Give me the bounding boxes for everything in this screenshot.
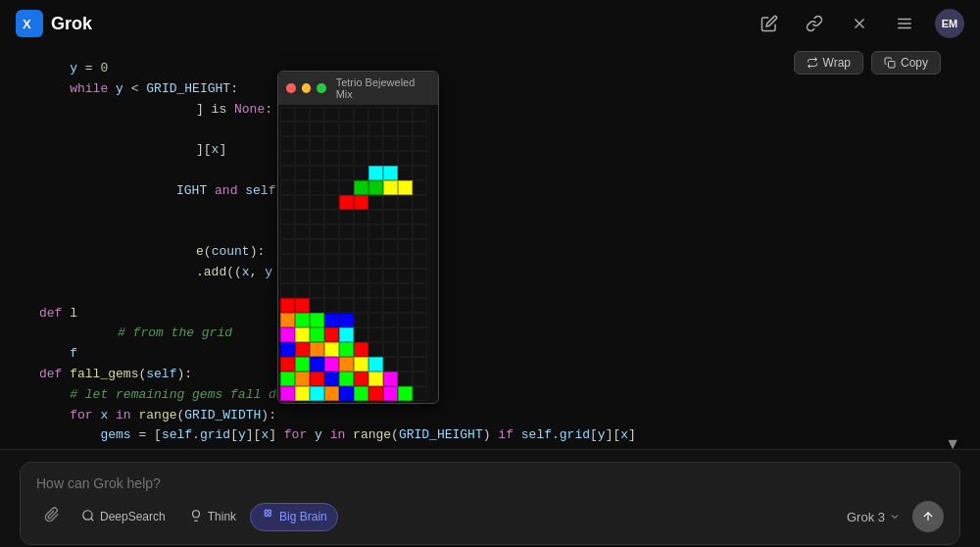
- logo-icon: X: [16, 10, 43, 37]
- tetris-cell: [280, 386, 295, 401]
- code-line-5: ][x]: [39, 140, 941, 161]
- send-button[interactable]: [912, 501, 944, 532]
- tetris-cell: [413, 254, 427, 269]
- tetris-cell: [280, 254, 295, 269]
- deepsearch-label: DeepSearch: [100, 510, 166, 523]
- input-toolbar: DeepSearch Think Big: [36, 501, 944, 532]
- tetris-cell: [280, 372, 295, 386]
- tetris-cell: [354, 269, 368, 283]
- code-line-2: while y < GRID_HEIGHT:: [39, 79, 941, 100]
- tetris-cell: [324, 386, 339, 401]
- tetris-cell: [324, 372, 339, 386]
- tetris-cell: [310, 166, 324, 180]
- tetris-cell: [354, 239, 368, 254]
- tetris-cell: [310, 372, 324, 386]
- bigbrain-button[interactable]: Big Brain: [250, 503, 338, 531]
- tetris-cell: [324, 195, 339, 210]
- tetris-cell: [280, 239, 295, 254]
- bottom-area: How can Grok help? DeepSearch: [0, 449, 980, 547]
- code-line-1: y = 0: [39, 59, 941, 79]
- tetris-grid[interactable]: [278, 105, 438, 403]
- tetris-cell: [398, 357, 413, 372]
- tetris-cell: [324, 283, 339, 298]
- tetris-cell: [310, 210, 324, 224]
- tetris-cell: [310, 180, 324, 195]
- tetris-cell: [354, 224, 368, 239]
- tetris-cell: [339, 313, 354, 327]
- close-dot[interactable]: [286, 83, 296, 93]
- tetris-cell: [280, 357, 295, 372]
- model-selector[interactable]: Grok 3: [839, 505, 908, 529]
- menu-icon[interactable]: [890, 9, 919, 38]
- tetris-cell: [368, 357, 383, 372]
- tetris-cell: [368, 166, 383, 180]
- code-line-10: e(count):: [39, 242, 941, 263]
- tetris-cell: [354, 180, 368, 195]
- maximize-dot[interactable]: [317, 83, 326, 93]
- tetris-cell: [310, 254, 324, 269]
- tetris-cell: [398, 151, 413, 166]
- tetris-cell: [295, 313, 310, 327]
- tetris-cell: [310, 342, 324, 357]
- chat-input[interactable]: How can Grok help?: [36, 475, 944, 491]
- tetris-cell: [295, 298, 310, 313]
- tetris-cell: [295, 327, 310, 342]
- tetris-cell: [339, 386, 354, 401]
- tetris-cell: [413, 372, 427, 386]
- tetris-cell: [339, 107, 354, 122]
- tetris-cell: [368, 298, 383, 313]
- tetris-cell: [280, 151, 295, 166]
- tetris-cell: [354, 313, 368, 327]
- tetris-cell: [280, 136, 295, 151]
- tetris-cell: [398, 327, 413, 342]
- edit-icon[interactable]: [755, 9, 784, 38]
- tetris-cell: [383, 180, 398, 195]
- tetris-cell: [398, 122, 413, 136]
- tetris-cell: [383, 342, 398, 357]
- tetris-cell: [368, 107, 383, 122]
- tetris-cell: [310, 136, 324, 151]
- tetris-cell: [310, 269, 324, 283]
- code-line-15: f: [39, 344, 941, 365]
- tetris-cell: [383, 357, 398, 372]
- tetris-cell: [413, 269, 427, 283]
- tetris-cell: [324, 210, 339, 224]
- think-button[interactable]: Think: [179, 504, 246, 530]
- minimize-dot[interactable]: [302, 83, 312, 93]
- tetris-cell: [368, 342, 383, 357]
- link-icon[interactable]: [800, 9, 829, 38]
- avatar[interactable]: EM: [935, 9, 964, 38]
- tetris-cell: [280, 210, 295, 224]
- tetris-cell: [354, 195, 368, 210]
- tetris-cell: [354, 327, 368, 342]
- code-area: y = 0 while y < GRID_HEIGHT: ] is None: …: [0, 47, 980, 449]
- tetris-cell: [398, 313, 413, 327]
- tetris-cell: [398, 269, 413, 283]
- x-icon[interactable]: [845, 9, 874, 38]
- tetris-cell: [413, 298, 427, 313]
- tetris-cell: [398, 254, 413, 269]
- code-line-11: .add((x, y - count + i)): [39, 263, 941, 283]
- lightbulb-icon: [189, 509, 203, 525]
- tetris-cell: [383, 136, 398, 151]
- tetris-cell: [310, 239, 324, 254]
- code-line-4: [39, 120, 941, 140]
- think-label: Think: [208, 510, 236, 523]
- tetris-cell: [339, 269, 354, 283]
- search-icon: [81, 509, 95, 525]
- code-line-7: IGHT and self.grid[y][x] == gem:: [39, 181, 941, 202]
- tetris-cell: [354, 136, 368, 151]
- tetris-cell: [354, 283, 368, 298]
- tetris-cell: [413, 357, 427, 372]
- tetris-cell: [280, 166, 295, 180]
- tetris-cell: [324, 327, 339, 342]
- logo-area[interactable]: X Grok: [16, 10, 92, 37]
- tetris-cell: [354, 122, 368, 136]
- tetris-cell: [398, 386, 413, 401]
- tetris-cell: [413, 180, 427, 195]
- attach-button[interactable]: [36, 502, 68, 531]
- tetris-title: Tetrio Bejeweled Mix: [336, 76, 430, 100]
- tetris-cell: [368, 327, 383, 342]
- tetris-cell: [368, 224, 383, 239]
- deepsearch-button[interactable]: DeepSearch: [72, 504, 175, 530]
